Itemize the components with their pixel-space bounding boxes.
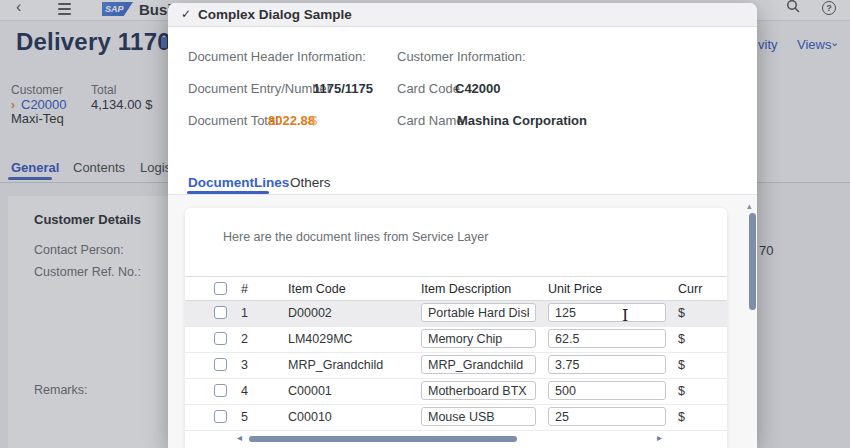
doc-header-info-label: Document Header Information: [188,49,366,64]
row-item-code: MRP_Grandchild [288,358,383,372]
table-row: 5 C00010 $ [185,405,727,431]
col-currency: Curr [678,282,702,296]
table-body: 1 D00002 $ 2 LM4029MC $ 3 MRP_Grandchild… [185,301,727,431]
row-number: 3 [241,358,248,372]
row-checkbox[interactable] [214,306,227,319]
row-currency: $ [678,384,685,398]
row-item-code: C00001 [288,384,332,398]
check-icon: ✓ [181,7,191,21]
vscroll-thumb[interactable] [749,213,756,310]
table-row: 3 MRP_Grandchild $ [185,353,727,379]
row-unit-price-input[interactable] [548,303,666,322]
row-checkbox[interactable] [214,384,227,397]
document-lines-card: Here are the document lines from Service… [185,208,727,448]
row-number: 4 [241,384,248,398]
dialog-title: Complex Dialog Sample [198,7,352,22]
doc-total-value: 8022.88 [268,113,315,128]
row-checkbox[interactable] [214,358,227,371]
row-unit-price-input[interactable] [548,329,666,348]
row-currency: $ [678,332,685,346]
col-unit-price: Unit Price [548,282,602,296]
row-description-input[interactable] [421,381,536,400]
row-unit-price-input[interactable] [548,407,666,426]
row-number: 5 [241,410,248,424]
table-row: 2 LM4029MC $ [185,327,727,353]
card-code-value: C42000 [455,81,501,96]
row-checkbox[interactable] [214,410,227,423]
doc-entry-value: 1175/1175 [313,81,373,96]
row-description-input[interactable] [421,355,536,374]
table-header: # Item Code Item Description Unit Price … [185,276,727,301]
row-item-code: D00002 [288,306,332,320]
row-description-input[interactable] [421,303,536,322]
col-number: # [241,282,248,296]
row-item-code: C00010 [288,410,332,424]
doc-entry-label: Document Entry/Number [188,81,331,96]
dialog-header: ✓ Complex Dialog Sample [168,3,757,27]
row-description-input[interactable] [421,329,536,348]
row-description-input[interactable] [421,407,536,426]
lines-intro-text: Here are the document lines from Service… [223,230,488,244]
row-number: 2 [241,332,248,346]
table-row: 1 D00002 $ [185,301,727,327]
doc-total-label: Document Total [188,113,278,128]
vscroll-up-icon[interactable]: ▴ [747,201,752,211]
row-unit-price-input[interactable] [548,355,666,374]
hscroll-thumb[interactable] [249,436,517,442]
col-item-code: Item Code [288,282,346,296]
select-all-checkbox[interactable] [214,282,227,295]
col-item-description: Item Description [421,282,511,296]
row-unit-price-input[interactable] [548,381,666,400]
row-item-code: LM4029MC [288,332,353,346]
hscroll-left-icon[interactable]: ◂ [237,432,242,443]
documentlines-panel: Here are the document lines from Service… [168,195,757,448]
row-currency: $ [678,358,685,372]
card-code-label: Card Code [397,81,460,96]
row-checkbox[interactable] [214,332,227,345]
row-currency: $ [678,306,685,320]
complex-dialog: ✓ Complex Dialog Sample Document Header … [168,3,757,448]
customer-info-label: Customer Information: [397,49,526,64]
hscroll-right-icon[interactable]: ▸ [657,432,662,443]
text-cursor-ibeam: I [622,306,628,325]
tab-others[interactable]: Others [290,175,331,190]
row-currency: $ [678,410,685,424]
card-name-label: Card Name [397,113,463,128]
doc-total-currency: $ [310,113,317,128]
card-name-value: Mashina Corporation [457,113,587,128]
table-row: 4 C00001 $ [185,379,727,405]
tab-documentlines[interactable]: DocumentLines [188,175,289,190]
row-number: 1 [241,306,248,320]
